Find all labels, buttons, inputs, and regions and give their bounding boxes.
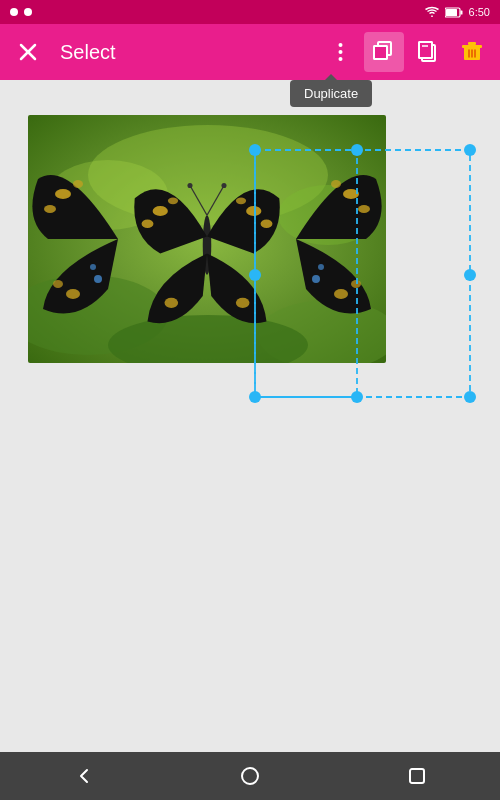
- nav-bar: [0, 752, 500, 800]
- svg-rect-17: [468, 42, 476, 45]
- butterfly-svg: [28, 115, 386, 363]
- svg-point-29: [44, 205, 56, 213]
- svg-point-44: [142, 220, 154, 229]
- svg-point-38: [334, 289, 348, 299]
- svg-point-31: [66, 289, 80, 299]
- svg-point-37: [331, 180, 341, 188]
- svg-point-43: [153, 206, 168, 216]
- handle-top-center[interactable]: [351, 144, 363, 156]
- wifi-signal-icon: [425, 6, 439, 18]
- svg-rect-12: [419, 42, 432, 58]
- svg-point-53: [187, 183, 192, 188]
- svg-point-35: [343, 189, 359, 199]
- butterfly-image[interactable]: [28, 115, 386, 363]
- duplicate-tooltip: Duplicate: [290, 80, 372, 107]
- copy-icon: [418, 41, 438, 63]
- svg-point-48: [236, 197, 246, 204]
- svg-point-57: [242, 768, 258, 784]
- svg-rect-1: [460, 10, 462, 14]
- back-icon: [73, 766, 93, 786]
- svg-point-7: [338, 57, 342, 61]
- svg-rect-58: [410, 769, 424, 783]
- svg-rect-16: [462, 45, 482, 48]
- page-title: Select: [60, 41, 308, 64]
- svg-rect-9: [374, 46, 387, 59]
- signal-icon: [10, 8, 18, 16]
- svg-point-6: [338, 50, 342, 54]
- app-bar: Select: [0, 24, 500, 80]
- app-bar-actions: [320, 32, 492, 72]
- handle-bottom-center[interactable]: [351, 391, 363, 403]
- delete-icon: [461, 41, 483, 63]
- svg-point-39: [351, 280, 361, 288]
- svg-point-30: [73, 180, 83, 188]
- svg-point-50: [236, 298, 250, 308]
- handle-center[interactable]: [249, 269, 261, 281]
- svg-point-46: [246, 206, 261, 216]
- svg-point-5: [338, 43, 342, 47]
- handle-mid-right[interactable]: [464, 269, 476, 281]
- battery-icon: [445, 7, 463, 18]
- more-options-button[interactable]: [320, 32, 360, 72]
- time-display: 6:50: [469, 6, 490, 18]
- recent-apps-button[interactable]: [397, 756, 437, 796]
- svg-point-41: [318, 264, 324, 270]
- svg-point-45: [168, 197, 178, 204]
- canvas-area[interactable]: [0, 80, 500, 752]
- duplicate-button[interactable]: [364, 32, 404, 72]
- handle-top-left[interactable]: [249, 144, 261, 156]
- close-button[interactable]: [8, 32, 48, 72]
- svg-point-47: [261, 220, 273, 229]
- svg-point-33: [94, 275, 102, 283]
- handle-top-right[interactable]: [464, 144, 476, 156]
- svg-point-49: [165, 298, 179, 308]
- recent-icon: [408, 767, 426, 785]
- handle-bottom-left[interactable]: [249, 391, 261, 403]
- status-bar-left: [10, 8, 32, 16]
- status-bar: 6:50: [0, 0, 500, 24]
- delete-button[interactable]: [452, 32, 492, 72]
- svg-point-32: [53, 280, 63, 288]
- svg-point-54: [221, 183, 226, 188]
- svg-rect-2: [446, 9, 457, 16]
- back-button[interactable]: [63, 756, 103, 796]
- home-button[interactable]: [230, 756, 270, 796]
- svg-point-40: [312, 275, 320, 283]
- duplicate-icon: [373, 41, 395, 63]
- svg-point-28: [55, 189, 71, 199]
- svg-point-36: [358, 205, 370, 213]
- copy-button[interactable]: [408, 32, 448, 72]
- wifi-icon: [24, 8, 32, 16]
- home-icon: [240, 766, 260, 786]
- handle-bottom-right[interactable]: [464, 391, 476, 403]
- svg-point-34: [90, 264, 96, 270]
- status-bar-right: 6:50: [425, 6, 490, 18]
